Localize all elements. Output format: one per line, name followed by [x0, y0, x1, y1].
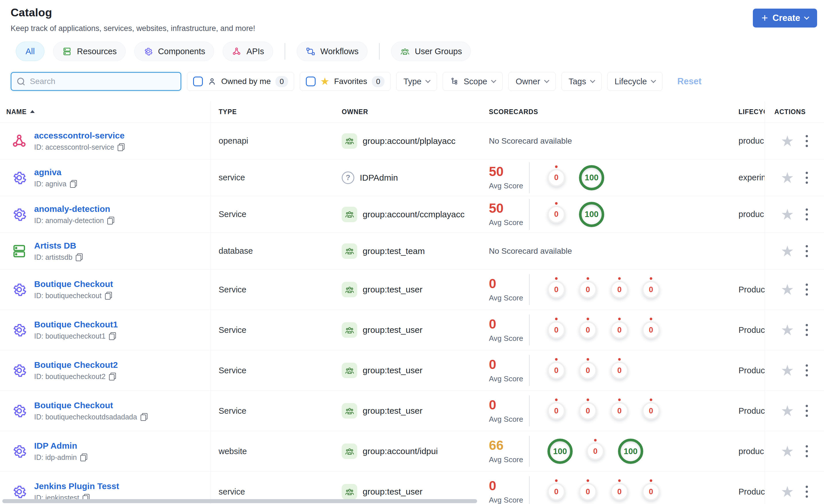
more-actions-icon[interactable]: [805, 363, 809, 378]
entity-name-link[interactable]: anomaly-detection: [34, 204, 114, 214]
copy-icon[interactable]: [118, 143, 124, 151]
scorecard-gauge[interactable]: 0: [547, 402, 565, 420]
scorecard-gauge[interactable]: 0: [547, 483, 565, 501]
more-actions-icon[interactable]: [805, 207, 809, 222]
more-actions-icon[interactable]: [805, 485, 809, 499]
copy-icon[interactable]: [140, 413, 147, 421]
create-button-label: Create: [772, 13, 801, 23]
owner-cell: group:test_user: [334, 391, 481, 431]
owned-by-me-filter[interactable]: Owned by me 0: [187, 72, 294, 91]
entity-name-link[interactable]: Artists DB: [34, 241, 83, 251]
tab-apis[interactable]: APIs: [223, 41, 273, 61]
scorecard-gauge[interactable]: 0: [642, 483, 660, 501]
favorites-checkbox[interactable]: [306, 77, 316, 86]
more-actions-icon[interactable]: [805, 404, 809, 418]
horizontal-scrollbar[interactable]: [2, 499, 477, 503]
copy-icon[interactable]: [109, 332, 116, 340]
more-actions-icon[interactable]: [805, 323, 809, 337]
scorecard-gauge[interactable]: 0: [611, 362, 628, 379]
scorecard-gauge[interactable]: 0: [611, 281, 628, 298]
favorite-star-icon[interactable]: ★: [781, 484, 794, 499]
copy-icon[interactable]: [107, 217, 114, 225]
actions-cell: ★: [764, 350, 824, 390]
favorite-star-icon[interactable]: ★: [781, 282, 794, 297]
api-icon: [11, 132, 28, 150]
favorite-star-icon[interactable]: ★: [781, 403, 794, 418]
favorite-star-icon[interactable]: ★: [781, 134, 794, 148]
tab-components[interactable]: Components: [134, 41, 214, 61]
entity-name-link[interactable]: accesscontrol-service: [34, 131, 124, 140]
filter-type[interactable]: Type: [396, 72, 437, 91]
favorites-filter[interactable]: ★ Favorites 0: [300, 72, 391, 91]
scorecard-gauge[interactable]: 0: [579, 483, 597, 501]
more-actions-icon[interactable]: [805, 444, 809, 459]
tab-workflows[interactable]: Workflows: [297, 41, 368, 61]
favorite-star-icon[interactable]: ★: [781, 444, 794, 459]
scorecard-gauge[interactable]: 0: [579, 281, 597, 298]
search-input[interactable]: [30, 77, 175, 86]
star-icon: ★: [320, 76, 329, 87]
scorecard-gauge[interactable]: 0: [547, 362, 565, 379]
search-box[interactable]: [11, 72, 181, 91]
copy-icon[interactable]: [70, 180, 77, 188]
table-row: Boutique Checkout2 ID: boutiquecheckout2…: [0, 350, 824, 390]
name-cell: Boutique Checkout ID: boutiquecheckoutds…: [0, 391, 211, 431]
type-value: service: [219, 173, 245, 182]
scorecard-gauge[interactable]: 100: [579, 165, 604, 191]
scorecard-gauge[interactable]: 100: [618, 438, 643, 464]
tab-resources[interactable]: Resources: [53, 41, 126, 61]
filter-lifecycle[interactable]: Lifecycle: [607, 72, 662, 91]
entity-name-link[interactable]: Boutique Checkout: [34, 400, 147, 410]
favorite-star-icon[interactable]: ★: [781, 207, 794, 222]
more-actions-icon[interactable]: [805, 170, 809, 185]
more-actions-icon[interactable]: [805, 282, 809, 297]
favorite-star-icon[interactable]: ★: [781, 244, 794, 259]
scorecard-gauge[interactable]: 0: [547, 206, 565, 223]
tab-user-groups[interactable]: User Groups: [391, 41, 471, 61]
scorecard-gauge[interactable]: 0: [587, 443, 604, 460]
avg-score-value: 50: [489, 165, 529, 178]
owner-value: group:account/ccmplayacc: [363, 210, 465, 219]
filter-scope[interactable]: Scope: [443, 72, 503, 91]
scorecard-gauge[interactable]: 0: [642, 402, 660, 420]
favorite-star-icon[interactable]: ★: [781, 323, 794, 338]
filter-tags[interactable]: Tags: [561, 72, 602, 91]
scorecard-gauge[interactable]: 0: [579, 402, 597, 420]
entity-name-link[interactable]: Boutique Checkout2: [34, 360, 118, 370]
create-button[interactable]: + Create: [753, 9, 817, 27]
entity-name-link[interactable]: IDP Admin: [34, 441, 87, 451]
copy-icon[interactable]: [105, 292, 112, 299]
scorecard-gauge[interactable]: 0: [579, 362, 597, 379]
filter-dropdowns: TypeScopeOwnerTagsLifecycle: [396, 72, 662, 91]
filter-owner[interactable]: Owner: [508, 72, 555, 91]
entity-name-link[interactable]: agniva: [34, 167, 77, 177]
scorecard-gauge[interactable]: 0: [611, 402, 628, 420]
entity-name-link[interactable]: Boutique Checkout1: [34, 320, 118, 330]
more-actions-icon[interactable]: [805, 244, 809, 258]
reset-filters-link[interactable]: Reset: [678, 76, 702, 87]
column-header-name[interactable]: NAME: [0, 101, 211, 122]
entity-name-link[interactable]: Jenkins Plugin Tesst: [34, 481, 119, 491]
entity-name-link[interactable]: Boutique Checkout: [34, 279, 113, 289]
scorecard-gauge[interactable]: 0: [611, 483, 628, 501]
owned-by-me-checkbox[interactable]: [193, 77, 203, 86]
tab-all[interactable]: All: [16, 41, 44, 61]
scorecard-divider: [529, 395, 530, 426]
scorecard-gauge[interactable]: 0: [611, 321, 628, 339]
scorecard-gauge[interactable]: 0: [642, 281, 660, 298]
copy-icon[interactable]: [76, 253, 83, 261]
scorecard-gauge[interactable]: 0: [547, 321, 565, 339]
copy-icon[interactable]: [80, 454, 87, 461]
scorecard-gauge[interactable]: 0: [547, 281, 565, 298]
group-icon: [342, 363, 357, 378]
scorecard-gauge[interactable]: 0: [579, 321, 597, 339]
scorecard-gauge[interactable]: 0: [547, 169, 565, 186]
scorecard-gauge[interactable]: 100: [579, 202, 604, 227]
favorite-star-icon[interactable]: ★: [781, 363, 794, 378]
more-actions-icon[interactable]: [805, 134, 809, 148]
scorecard-gauge[interactable]: 0: [642, 321, 660, 339]
tab-label: All: [25, 47, 35, 56]
scorecard-gauge[interactable]: 100: [547, 438, 573, 464]
favorite-star-icon[interactable]: ★: [781, 170, 794, 185]
copy-icon[interactable]: [109, 373, 116, 380]
